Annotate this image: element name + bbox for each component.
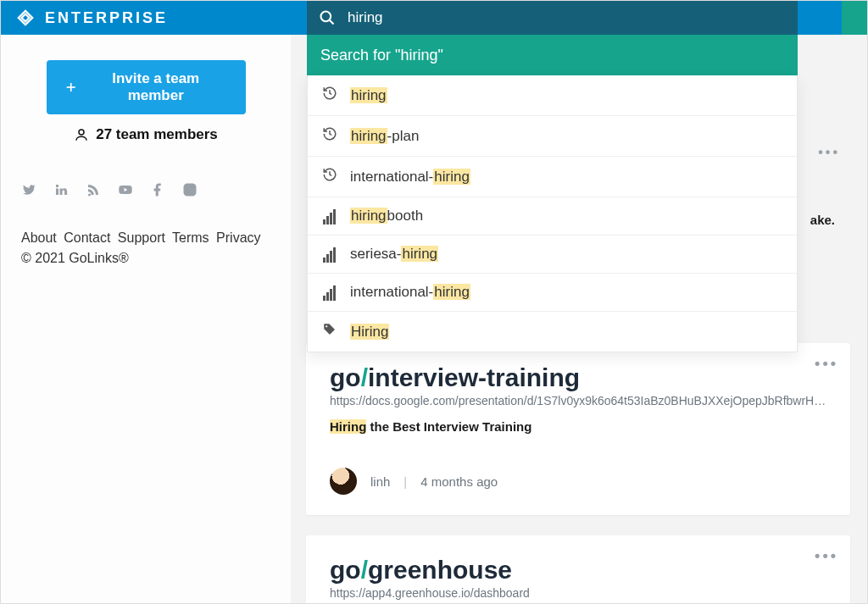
golink-name: interview-training [368,363,580,391]
sidebar: Invite a team member 27 team members Abo… [1,35,291,603]
footer-link[interactable]: Terms [172,230,209,245]
brand-logo: ENTERPRISE [13,5,168,30]
highlight: Hiring [330,419,366,434]
avatar [330,468,357,495]
plus-icon [65,81,76,93]
search-suggestion[interactable]: seriesa-hiring [308,236,797,274]
suggestion-text: Hiring [350,324,389,341]
golink-slash: / [361,556,368,584]
footer-link[interactable]: Privacy [216,230,260,245]
golink-url: https://app4.greenhouse.io/dashboard [330,586,826,600]
search-for-banner[interactable]: Search for "hiring" [307,35,798,75]
separator: | [403,474,407,489]
youtube-icon[interactable] [118,182,133,197]
footer-links: About Contact Support Terms Privacy [21,228,270,247]
suggestion-text: seriesa-hiring [350,246,438,263]
person-icon [74,127,89,142]
golink-meta: linh | 4 months ago [330,468,826,495]
invite-button-label: Invite a team member [85,70,227,104]
history-icon [321,167,338,186]
invite-button[interactable]: Invite a team member [47,60,246,114]
search-dropdown: Search for "hiring" hiringhiring-planint… [307,1,798,352]
golink-name: greenhouse [368,556,512,584]
card-menu-icon[interactable]: ••• [815,355,838,373]
golink-prefix: go [330,556,361,584]
result-card[interactable]: ••• go/interview-training https://docs.g… [306,343,850,515]
golink-title[interactable]: go/interview-training [330,363,826,392]
card-menu-icon[interactable]: ••• [815,547,838,565]
rss-icon[interactable] [86,182,101,197]
history-icon [321,126,338,146]
search-suggestion[interactable]: international-hiring [308,157,797,197]
result-card[interactable]: ••• go/greenhouse https://app4.greenhous… [306,535,850,603]
time-ago: 4 months ago [420,474,498,489]
instagram-icon[interactable] [182,182,198,197]
svg-point-0 [321,12,331,22]
linkedin-icon[interactable] [53,182,69,197]
svg-point-8 [192,186,194,187]
suggestion-text: international-hiring [350,169,470,186]
svg-point-5 [79,130,84,135]
search-suggestions: hiringhiring-planinternational-hiringhir… [307,75,798,352]
search-icon [319,9,336,26]
search-box[interactable] [307,1,798,35]
copyright: © 2021 GoLinks® [21,251,270,266]
svg-point-2 [326,325,327,327]
twitter-icon[interactable] [21,182,36,197]
team-count: 27 team members [21,126,270,143]
search-suggestion[interactable]: hiring [308,75,797,116]
svg-point-7 [187,187,192,192]
golink-prefix: go [330,363,361,391]
search-suggestion[interactable]: Hiring [308,312,797,352]
logo-icon [13,5,38,30]
suggestion-text: international-hiring [350,284,470,301]
suggestion-text: hiring-plan [350,128,419,145]
topbar-accent [842,1,867,35]
golink-slash: / [361,363,368,391]
golink-url: https://docs.google.com/presentation/d/1… [330,394,826,407]
suggestion-text: hiring [350,87,387,104]
golink-title[interactable]: go/greenhouse [330,556,826,585]
trend-icon [321,284,338,301]
search-suggestion[interactable]: hiringbooth [308,197,797,236]
history-icon [321,86,338,105]
footer-link[interactable]: Support [118,230,165,245]
footer-link[interactable]: About [21,230,57,245]
golink-description: Hiring the Best Interview Training [330,419,826,434]
footer-link[interactable]: Contact [64,230,110,245]
social-links [21,182,270,197]
card-menu-icon[interactable]: ••• [818,145,840,160]
team-count-label: 27 team members [96,126,218,143]
hidden-card-snippet: ake. [810,213,835,227]
trend-icon [321,246,338,263]
search-input[interactable] [348,9,786,26]
facebook-icon[interactable] [150,182,165,197]
search-suggestion[interactable]: hiring-plan [308,116,797,157]
svg-line-1 [330,20,334,25]
trend-icon [321,208,338,224]
search-suggestion[interactable]: international-hiring [308,274,797,312]
suggestion-text: hiringbooth [350,208,423,224]
author-name: linh [370,474,390,489]
brand-text: ENTERPRISE [45,9,168,27]
tag-icon [321,322,338,341]
